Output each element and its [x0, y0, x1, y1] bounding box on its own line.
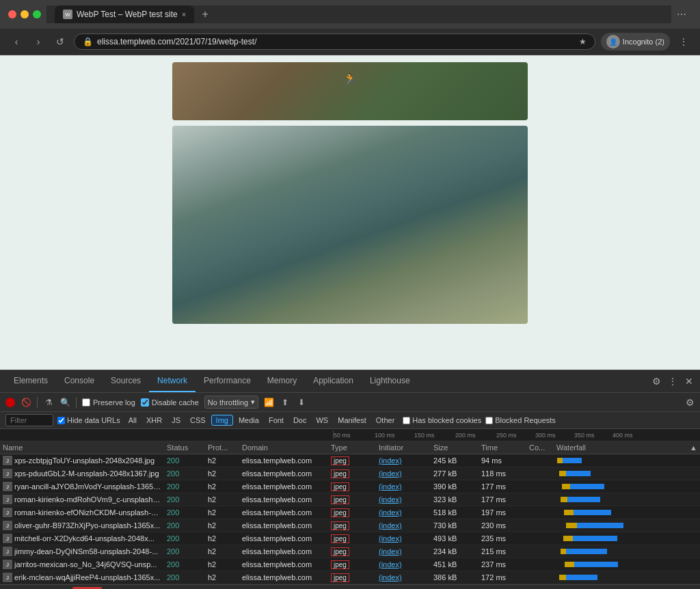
header-domain[interactable]: Domain — [239, 443, 328, 452]
filter-img[interactable]: Img — [211, 415, 233, 426]
cell-name: J oliver-guhr-B973ZhXjPyo-unsplash-1365x… — [0, 521, 164, 530]
filter-media[interactable]: Media — [234, 415, 263, 425]
tab-performance[interactable]: Performance — [196, 370, 259, 392]
table-row[interactable]: J erik-mclean-wqAjjiReeP4-unsplash-1365x… — [0, 571, 700, 584]
timeline-300ms: 300 ms — [535, 432, 556, 439]
header-protocol[interactable]: Prot... — [205, 443, 239, 452]
blocked-requests-checkbox[interactable]: Blocked Requests — [485, 416, 556, 424]
tab-console[interactable]: Console — [56, 370, 103, 392]
table-row[interactable]: J roman-kirienko-mdRohOVm9_c-unsplash-..… — [0, 493, 700, 506]
header-waterfall[interactable]: Waterfall ▲ — [554, 443, 700, 452]
download-icon[interactable]: ⬇ — [296, 397, 307, 408]
tab-title: WebP Test – WebP test site — [77, 10, 178, 19]
browser-menu-icon[interactable]: ⋯ — [677, 9, 686, 20]
refresh-button[interactable]: ↺ — [52, 33, 68, 50]
initiator-link[interactable]: (index) — [379, 534, 402, 543]
initiator-link[interactable]: (index) — [379, 521, 402, 530]
initiator-link[interactable]: (index) — [379, 547, 402, 556]
filter-ws[interactable]: WS — [312, 415, 332, 425]
waterfall-receiving — [566, 471, 591, 476]
address-bar[interactable]: 🔒 elissa.templweb.com/2021/07/19/webp-te… — [74, 33, 595, 50]
cell-domain: elissa.templweb.com — [239, 469, 328, 478]
table-row[interactable]: J xps-pduutGbL2-M-unsplash-2048x1367.jpg… — [0, 467, 700, 480]
profile-icon: 👤 — [606, 35, 620, 49]
cell-type: jpeg — [328, 482, 376, 491]
initiator-link[interactable]: (index) — [379, 469, 402, 478]
network-settings-icon[interactable]: ⚙ — [686, 397, 695, 408]
filter-xhr[interactable]: XHR — [142, 415, 166, 425]
new-tab-button[interactable]: + — [197, 6, 213, 23]
header-initiator[interactable]: Initiator — [376, 443, 431, 452]
record-button[interactable] — [5, 398, 15, 407]
header-type[interactable]: Type — [328, 443, 376, 452]
initiator-link[interactable]: (index) — [379, 482, 402, 491]
filter-js[interactable]: JS — [167, 415, 185, 425]
filter-input[interactable] — [5, 414, 53, 426]
preserve-log-input[interactable] — [82, 398, 90, 407]
table-row[interactable]: J mitchell-orr-X2Dykcd64-unsplash-2048x.… — [0, 532, 700, 545]
blocked-requests-input[interactable] — [485, 417, 493, 424]
filter-other[interactable]: Other — [372, 415, 399, 425]
cell-size: 518 kB — [431, 508, 479, 517]
table-row[interactable]: J jarritos-mexican-so_No_34j6QVSQ-unsp..… — [0, 558, 700, 571]
tab-lighthouse[interactable]: Lighthouse — [362, 370, 418, 392]
forward-button[interactable]: › — [30, 33, 46, 50]
cell-protocol: h2 — [205, 573, 239, 581]
disable-cache-input[interactable] — [141, 398, 149, 407]
timeline-50ms: 50 ms — [334, 432, 351, 439]
table-row[interactable]: J roman-kirienko-efONizhCKDM-unsplash-2.… — [0, 506, 700, 519]
table-row[interactable]: J jimmy-dean-DyQiNSm58-unsplash-2048-...… — [0, 545, 700, 558]
disable-cache-checkbox[interactable]: Disable cache — [141, 398, 199, 407]
header-status[interactable]: Status — [164, 443, 205, 452]
toolbar-separator-2 — [76, 397, 77, 408]
filter-manifest[interactable]: Manifest — [334, 415, 371, 425]
close-devtools-icon[interactable]: ✕ — [684, 376, 695, 387]
header-name[interactable]: Name — [0, 443, 164, 452]
close-button[interactable] — [8, 10, 16, 18]
filter-all[interactable]: All — [124, 415, 141, 425]
cell-domain: elissa.templweb.com — [239, 547, 328, 556]
ellipsis-icon[interactable]: ⋮ — [667, 376, 678, 387]
profile-button[interactable]: 👤 Incognito (2) — [601, 33, 670, 51]
cell-domain: elissa.templweb.com — [239, 573, 328, 581]
initiator-link[interactable]: (index) — [379, 508, 402, 517]
tab-memory[interactable]: Memory — [259, 370, 305, 392]
header-co[interactable]: Co... — [526, 443, 554, 452]
initiator-link[interactable]: (index) — [379, 495, 402, 504]
initiator-link[interactable]: (index) — [379, 560, 402, 569]
browser-menu-button[interactable]: ⋮ — [675, 33, 692, 50]
minimize-button[interactable] — [21, 10, 29, 18]
has-blocked-cookies-input[interactable] — [403, 417, 410, 424]
table-row[interactable]: J oliver-guhr-B973ZhXjPyo-unsplash-1365x… — [0, 519, 700, 532]
filter-doc[interactable]: Doc — [289, 415, 311, 425]
has-blocked-cookies-checkbox[interactable]: Has blocked cookies — [403, 416, 481, 424]
search-icon[interactable]: 🔍 — [59, 397, 70, 408]
tab-close-button[interactable]: × — [182, 10, 186, 18]
header-time[interactable]: Time — [479, 443, 526, 452]
tab-network[interactable]: Network — [149, 370, 196, 392]
settings-icon[interactable]: ⚙ — [651, 376, 662, 387]
timeline-left — [0, 430, 334, 439]
filter-font[interactable]: Font — [265, 415, 288, 425]
upload-icon[interactable]: ⬆ — [280, 397, 291, 408]
filter-icon[interactable]: ⚗ — [43, 397, 54, 408]
preserve-log-checkbox[interactable]: Preserve log — [82, 398, 135, 407]
initiator-link[interactable]: (index) — [379, 573, 402, 581]
hide-data-urls-checkbox[interactable]: Hide data URLs — [57, 416, 120, 424]
filter-css[interactable]: CSS — [186, 415, 210, 425]
hide-data-urls-input[interactable] — [57, 417, 65, 424]
maximize-button[interactable] — [33, 10, 41, 18]
active-tab[interactable]: W WebP Test – WebP test site × — [55, 5, 194, 23]
table-row[interactable]: J ryan-ancill-aJYO8JmVodY-unsplash-1365x… — [0, 480, 700, 493]
tab-sources[interactable]: Sources — [103, 370, 149, 392]
initiator-link[interactable]: (index) — [379, 456, 402, 465]
tab-application[interactable]: Application — [305, 370, 362, 392]
header-size[interactable]: Size — [431, 443, 479, 452]
stop-recording-icon[interactable]: 🚫 — [21, 397, 31, 408]
throttling-select[interactable]: No throttling ▾ — [204, 396, 258, 409]
tab-elements[interactable]: Elements — [5, 370, 56, 392]
cell-status: 200 — [164, 456, 205, 465]
back-button[interactable]: ‹ — [8, 33, 25, 50]
table-row[interactable]: J xps-zcbtpjgToUY-unsplash-2048x2048.jpg… — [0, 454, 700, 467]
file-icon: J — [3, 560, 12, 569]
